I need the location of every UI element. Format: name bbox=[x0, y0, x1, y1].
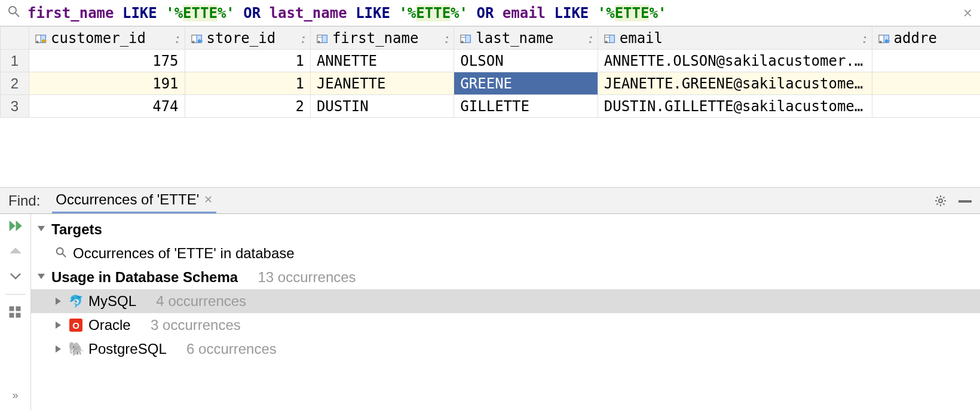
column-header-store_id[interactable]: store_id bbox=[185, 27, 310, 50]
column-type-icon bbox=[191, 33, 203, 44]
cell[interactable]: ANNETTE bbox=[310, 50, 454, 72]
tree-db-node-oracle[interactable]: OOracle 3 occurrences bbox=[31, 313, 980, 337]
tree-usage-node[interactable]: Usage in Database Schema 13 occurrences bbox=[31, 265, 980, 289]
column-type-icon bbox=[35, 33, 47, 44]
row-number: 2 bbox=[1, 72, 29, 95]
cell[interactable]: 2 bbox=[185, 95, 310, 118]
tree-db-node-postgres[interactable]: 🐘PostgreSQL 6 occurrences bbox=[31, 337, 980, 361]
column-type-icon bbox=[878, 33, 890, 44]
table-row[interactable]: 21911JEANETTEGREENEJEANETTE.GREENE@sakil… bbox=[1, 72, 981, 95]
row-number: 3 bbox=[1, 95, 29, 118]
find-results-tree[interactable]: TargetsOccurrences of 'ETTE' in database… bbox=[31, 214, 980, 410]
table-row[interactable]: 11751ANNETTEOLSONANNETTE.OLSON@sakilacus… bbox=[1, 50, 981, 72]
rerun-button[interactable] bbox=[8, 219, 23, 233]
column-type-icon bbox=[604, 33, 616, 44]
cell[interactable]: DUSTIN bbox=[310, 95, 454, 118]
column-header-customer_id[interactable]: customer_id bbox=[29, 27, 185, 50]
cell[interactable] bbox=[872, 72, 980, 95]
tree-targets-item[interactable]: Occurrences of 'ETTE' in database bbox=[31, 241, 980, 265]
cell[interactable] bbox=[872, 95, 980, 118]
oracle-icon: O bbox=[69, 319, 82, 332]
find-tab-title: Occurrences of 'ETTE' bbox=[56, 191, 199, 208]
table-row[interactable]: 34742DUSTINGILLETTEDUSTIN.GILLETTE@sakil… bbox=[1, 95, 981, 118]
search-icon bbox=[55, 245, 67, 262]
find-panel-body: » TargetsOccurrences of 'ETTE' in databa… bbox=[0, 214, 980, 410]
postgresql-icon: 🐘 bbox=[69, 342, 82, 356]
tree-db-node-mysql[interactable]: 🐬MySQL 4 occurrences bbox=[31, 289, 980, 313]
mysql-icon: 🐬 bbox=[69, 295, 82, 308]
column-header-last_name[interactable]: last_name bbox=[454, 27, 598, 50]
find-panel-header: Find: Occurrences of 'ETTE' ✕ bbox=[0, 188, 980, 214]
column-header-first_name[interactable]: first_name bbox=[310, 27, 454, 50]
column-type-icon bbox=[317, 33, 329, 44]
prev-occurrence-button[interactable] bbox=[8, 244, 23, 258]
cell[interactable]: 1 bbox=[185, 50, 310, 72]
clear-filter-icon[interactable]: ✕ bbox=[963, 6, 973, 20]
column-header-email[interactable]: email bbox=[598, 27, 872, 50]
next-occurrence-button[interactable] bbox=[8, 269, 23, 283]
group-by-button[interactable] bbox=[8, 305, 23, 320]
tree-targets-node[interactable]: Targets bbox=[31, 218, 980, 241]
close-tab-icon[interactable]: ✕ bbox=[204, 193, 213, 206]
cell[interactable]: DUSTIN.GILLETTE@sakilacustomer.o… bbox=[598, 95, 872, 118]
find-tab[interactable]: Occurrences of 'ETTE' ✕ bbox=[52, 188, 216, 213]
filter-expression[interactable]: first_name LIKE '%ETTE%' OR last_name LI… bbox=[27, 5, 956, 22]
filter-bar: first_name LIKE '%ETTE%' OR last_name LI… bbox=[0, 0, 980, 26]
find-gutter: » bbox=[0, 214, 31, 410]
cell[interactable]: 175 bbox=[29, 50, 185, 72]
cell[interactable]: OLSON bbox=[454, 50, 598, 72]
cell[interactable]: ANNETTE.OLSON@sakilacustomer.org bbox=[598, 50, 872, 72]
gutter-separator bbox=[5, 294, 26, 295]
cell[interactable]: 191 bbox=[29, 72, 185, 95]
column-header-addre[interactable]: addre bbox=[872, 27, 980, 50]
row-number: 1 bbox=[1, 50, 29, 72]
cell[interactable]: 474 bbox=[29, 95, 185, 118]
cell[interactable]: JEANETTE.GREENE@sakilacustomer.o… bbox=[598, 72, 872, 95]
row-number-header bbox=[1, 27, 29, 50]
cell[interactable] bbox=[872, 50, 980, 72]
more-actions-button[interactable]: » bbox=[12, 389, 18, 402]
results-grid: customer_idstore_idfirst_namelast_nameem… bbox=[0, 26, 980, 188]
cell[interactable]: GREENE bbox=[454, 72, 598, 95]
cell[interactable]: 1 bbox=[185, 72, 310, 95]
cell[interactable]: JEANETTE bbox=[310, 72, 454, 95]
search-icon bbox=[7, 5, 20, 22]
cell[interactable]: GILLETTE bbox=[454, 95, 598, 118]
minimize-icon[interactable] bbox=[958, 200, 972, 203]
find-label: Find: bbox=[8, 192, 40, 209]
column-type-icon bbox=[460, 33, 472, 44]
gear-icon[interactable] bbox=[935, 195, 947, 207]
